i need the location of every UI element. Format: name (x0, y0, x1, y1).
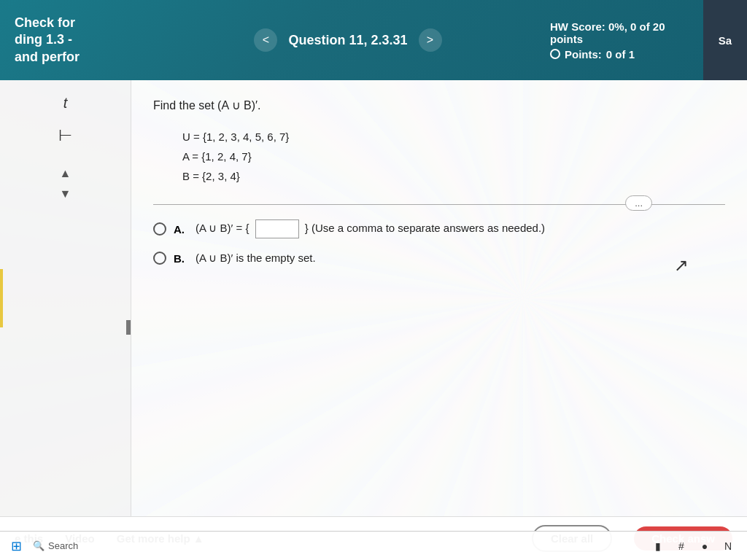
search-label: Search (48, 540, 78, 551)
answer-options: A. (A ∪ B)′ = { } (Use a comma to separa… (153, 219, 725, 265)
taskbar-icon-3[interactable]: ● (697, 538, 713, 554)
option-b-text: (A ∪ B)′ is the empty set. (196, 252, 316, 265)
next-question-button[interactable]: > (419, 28, 442, 52)
taskbar-icon-1[interactable]: ▮ (650, 538, 666, 554)
taskbar-search[interactable]: 🔍 Search (33, 540, 78, 551)
home-icon[interactable]: ⊢ (58, 126, 72, 145)
option-b-row: B. (A ∪ B)′ is the empty set. (153, 252, 725, 265)
sidebar-accent-bar (0, 269, 3, 327)
answer-input[interactable] (255, 219, 299, 238)
option-a-text: (A ∪ B)′ = { } (Use a comma to separate … (196, 219, 545, 238)
set-b: B = {2, 3, 4} (182, 166, 725, 186)
question-label: Question 11, 2.3.31 (288, 33, 407, 48)
more-options-button[interactable]: ... (625, 195, 652, 211)
windows-start-button[interactable]: ⊞ (11, 538, 22, 554)
header: Check for ding 1.3 - and perfor < Questi… (0, 0, 747, 80)
option-a-row: A. (A ∪ B)′ = { } (Use a comma to separa… (153, 219, 725, 238)
sidebar-letter: t (63, 95, 68, 112)
save-button[interactable]: Sa (703, 0, 747, 80)
search-icon: 🔍 (33, 540, 44, 551)
taskbar-icon-2[interactable]: # (673, 538, 689, 554)
sidebar-nav: t ⊢ ▲ ▼ (0, 80, 131, 215)
sidebar: t ⊢ ▲ ▼ (0, 80, 131, 516)
question-instruction: Find the set (A ∪ B)′. (153, 98, 725, 112)
option-a-label: A. (174, 223, 185, 236)
main-content: t ⊢ ▲ ▼ Find the set (A ∪ B)′. U = {1, 2… (0, 80, 747, 516)
header-title: Check for ding 1.3 - and perfor (15, 15, 146, 66)
option-b-radio[interactable] (153, 252, 166, 265)
set-u: U = {1, 2, 3, 4, 5, 6, 7} (182, 127, 725, 147)
divider: ... (153, 204, 725, 205)
set-definitions: U = {1, 2, 3, 4, 5, 6, 7} A = {1, 2, 4, … (182, 127, 725, 186)
question-area: Find the set (A ∪ B)′. U = {1, 2, 3, 4, … (131, 80, 747, 516)
sidebar-down-arrow[interactable]: ▼ (60, 187, 71, 201)
taskbar-notify[interactable]: N (720, 538, 736, 554)
question-nav: < Question 11, 2.3.31 > (146, 28, 550, 52)
option-a-radio[interactable] (153, 222, 166, 236)
prev-question-button[interactable]: < (254, 28, 277, 52)
sidebar-up-arrow[interactable]: ▲ (60, 167, 71, 180)
taskbar: ⊞ 🔍 Search ▮ # ● N (0, 531, 747, 560)
points-circle-icon (550, 49, 560, 59)
taskbar-system-icons: ▮ # ● N (650, 538, 736, 554)
sidebar-scroll-indicator (126, 320, 131, 335)
cursor-icon: ↖ (674, 255, 689, 276)
option-b-label: B. (174, 252, 185, 265)
course-title: Check for ding 1.3 - and perfor (15, 15, 146, 66)
set-a: A = {1, 2, 4, 7} (182, 147, 725, 166)
